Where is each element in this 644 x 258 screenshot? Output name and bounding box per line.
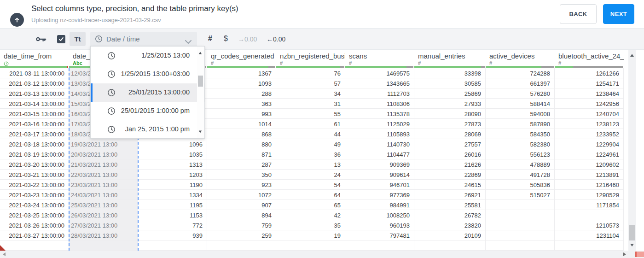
table-cell[interactable]: 946701	[345, 180, 414, 190]
table-cell[interactable]: 2021-03-11 13:00:00	[0, 68, 69, 78]
table-cell[interactable]: 31	[276, 99, 345, 109]
table-cell[interactable]: 2021-03-25 13:00:00	[0, 210, 69, 220]
table-cell[interactable]: 1213891	[555, 170, 624, 180]
table-cell[interactable]: 20109	[414, 230, 486, 240]
table-cell[interactable]: 1072	[207, 190, 276, 200]
table-cell[interactable]: 20/03/2021 13:00	[69, 149, 138, 159]
back-button[interactable]: BACK	[560, 4, 597, 24]
table-cell[interactable]	[69, 240, 138, 251]
table-cell[interactable]: 65	[276, 200, 345, 210]
table-cell[interactable]	[414, 240, 486, 251]
table-cell[interactable]: 13	[276, 159, 345, 170]
table-cell[interactable]: 907	[207, 200, 276, 210]
table-cell[interactable]: 1367	[207, 68, 276, 78]
dropdown-item[interactable]: 1/25/2015 13:00+03:00	[91, 65, 204, 83]
table-cell[interactable]: 26921	[414, 190, 486, 200]
table-cell[interactable]: 19/03/2021 13:00	[69, 139, 138, 149]
horizontal-scroll-thumb[interactable]	[635, 252, 644, 257]
table-cell[interactable]: 2021-03-13 13:00:00	[0, 88, 69, 99]
table-cell[interactable]: 588414	[486, 99, 555, 109]
table-cell[interactable]	[486, 230, 555, 240]
table-cell[interactable]: 61	[276, 119, 345, 129]
table-cell[interactable]: 880	[207, 139, 276, 149]
table-cell[interactable]: 594008	[486, 109, 555, 119]
table-cell[interactable]: 1096	[138, 139, 207, 149]
table-cell[interactable]: 34	[276, 88, 345, 99]
table-cell[interactable]: 993	[207, 109, 276, 119]
table-cell[interactable]: 923	[207, 180, 276, 190]
table-cell[interactable]	[555, 240, 624, 251]
table-cell[interactable]: 26016	[414, 149, 486, 159]
scroll-down-button[interactable]	[630, 244, 634, 246]
table-cell[interactable]: 868	[207, 129, 276, 139]
vertical-scrollbar[interactable]	[628, 50, 636, 251]
table-cell[interactable]: 2021-03-16 13:00:00	[0, 119, 69, 129]
text-format-button[interactable]: Tt	[70, 32, 86, 46]
table-cell[interactable]: 1334	[138, 190, 207, 200]
table-cell[interactable]: 1035	[138, 149, 207, 159]
table-cell[interactable]: 21626	[414, 159, 486, 170]
dropdown-item[interactable]: 25/01/2015 1:00:00 pm	[91, 102, 204, 120]
table-cell[interactable]: 42	[276, 210, 345, 220]
table-cell[interactable]: 19	[276, 230, 345, 240]
decrease-decimal-button[interactable]: →0.00	[238, 35, 257, 43]
table-cell[interactable]: 1233952	[555, 129, 624, 139]
table-cell[interactable]: 1343665	[345, 78, 414, 88]
table-cell[interactable]: 259	[207, 230, 276, 240]
table-cell[interactable]: 2021-03-23 13:00:00	[0, 190, 69, 200]
table-cell[interactable]: 1238123	[555, 119, 624, 129]
table-cell[interactable]: 1008250	[345, 210, 414, 220]
table-cell[interactable]: 977369	[345, 190, 414, 200]
table-cell[interactable]: 960193	[345, 220, 414, 230]
table-cell[interactable]: 871	[207, 149, 276, 159]
table-cell[interactable]: 54	[276, 180, 345, 190]
table-cell[interactable]: 27933	[414, 99, 486, 109]
table-cell[interactable]: 1238464	[555, 88, 624, 99]
table-cell[interactable]: 491728	[486, 170, 555, 180]
table-cell[interactable]: 1104477	[345, 149, 414, 159]
table-cell[interactable]: 984991	[345, 200, 414, 210]
table-cell[interactable]: 1112703	[345, 88, 414, 99]
table-cell[interactable]: 515027	[486, 190, 555, 200]
table-cell[interactable]: 26782	[414, 210, 486, 220]
increase-decimal-button[interactable]: ←0.00	[267, 35, 285, 43]
table-cell[interactable]: 36	[276, 149, 345, 159]
table-cell[interactable]: 1105893	[345, 129, 414, 139]
table-cell[interactable]	[486, 210, 555, 220]
table-cell[interactable]: 2021-03-24 13:00:00	[0, 200, 69, 210]
table-cell[interactable]: 25581	[414, 200, 486, 210]
primary-key-icon[interactable]	[35, 35, 46, 45]
table-cell[interactable]: 894	[207, 210, 276, 220]
table-cell[interactable]: 44	[276, 129, 345, 139]
type-select[interactable]: Date / time	[90, 32, 197, 46]
table-cell[interactable]: 287	[207, 159, 276, 170]
table-cell[interactable]: 1195	[138, 200, 207, 210]
table-cell[interactable]: 57	[276, 78, 345, 88]
table-cell[interactable]: 28090	[414, 109, 486, 119]
table-cell[interactable]: 1171854	[555, 200, 624, 210]
table-cell[interactable]: 759	[207, 220, 276, 230]
table-cell[interactable]: 2021-03-22 13:00:00	[0, 180, 69, 190]
table-cell[interactable]: 584350	[486, 129, 555, 139]
table-cell[interactable]: 556123	[486, 149, 555, 159]
table-cell[interactable]: 661397	[486, 78, 555, 88]
table-cell[interactable]: 1108306	[345, 99, 414, 109]
dropdown-scroll-down-button[interactable]	[199, 131, 202, 133]
table-cell[interactable]	[486, 200, 555, 210]
table-cell[interactable]: 2021-03-15 13:00:00	[0, 109, 69, 119]
table-cell[interactable]	[555, 210, 624, 220]
table-cell[interactable]: 26/03/2021 13:00	[69, 210, 138, 220]
table-cell[interactable]: 49	[276, 139, 345, 149]
dropdown-item[interactable]: 1/25/2015 13:00	[91, 47, 204, 65]
table-cell[interactable]: 55	[276, 109, 345, 119]
table-cell[interactable]: 350	[207, 170, 276, 180]
dropdown-scroll-up-button[interactable]	[199, 52, 202, 54]
table-cell[interactable]: 1216460	[555, 180, 624, 190]
table-cell[interactable]: 27873	[414, 119, 486, 129]
table-cell[interactable]: 2021-03-17 13:00:00	[0, 129, 69, 139]
table-cell[interactable]: 1093	[207, 78, 276, 88]
table-cell[interactable]: 576280	[486, 88, 555, 99]
table-cell[interactable]: 24/03/2021 13:00	[69, 190, 138, 200]
table-cell[interactable]: 1153	[138, 210, 207, 220]
table-cell[interactable]: 27/03/2021 13:00	[69, 220, 138, 230]
